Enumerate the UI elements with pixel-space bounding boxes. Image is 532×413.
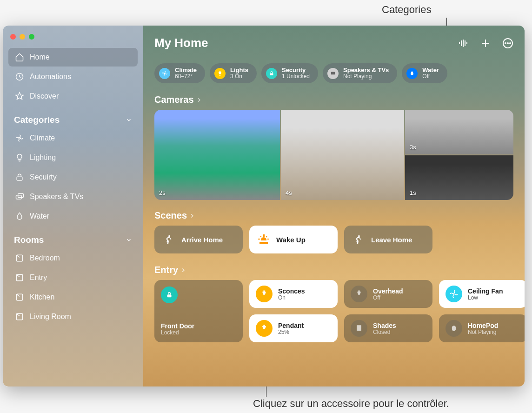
svg-rect-2 <box>17 177 22 180</box>
sidebar-item-entry[interactable]: Entry <box>8 268 138 287</box>
sidebar-item-label: Automations <box>30 73 71 81</box>
light-icon <box>256 286 273 302</box>
category-pill-lights[interactable]: Lights3 On <box>210 63 257 83</box>
camera-tile[interactable]: 2s <box>154 110 280 200</box>
lock-icon <box>161 286 178 303</box>
sidebar-item-security[interactable]: Secuirty <box>8 168 138 187</box>
svg-point-11 <box>507 43 508 44</box>
chevron-right-icon <box>180 267 186 273</box>
camera-tile[interactable]: 3s <box>405 110 513 154</box>
minimize-window-button[interactable] <box>20 34 25 40</box>
drop-icon <box>406 68 418 79</box>
tile-status: 25% <box>278 329 304 336</box>
sidebar-rooms: Bedroom Entry Kitchen Living Room <box>3 249 143 326</box>
svg-point-12 <box>510 43 511 44</box>
add-button[interactable] <box>480 38 491 49</box>
fan-icon <box>159 68 170 79</box>
camera-tile[interactable]: 4s <box>281 110 404 200</box>
tile-front-door[interactable]: Front DoorLocked <box>154 280 243 342</box>
walk-icon <box>163 233 175 246</box>
svg-rect-19 <box>263 291 265 292</box>
window-controls <box>3 31 143 48</box>
scene-wake-up[interactable]: Wake Up <box>249 226 338 253</box>
sidebar-section-rooms[interactable]: Rooms <box>3 226 143 249</box>
category-pill-water[interactable]: WaterOff <box>402 63 447 83</box>
app-window: Home Automations Discover Categories <box>3 26 525 386</box>
tile-sconces[interactable]: SconcesOn <box>249 280 338 308</box>
sidebar-item-discover[interactable]: Discover <box>8 87 138 106</box>
sidebar-item-automations[interactable]: Automations <box>8 67 138 86</box>
sidebar-item-lighting[interactable]: Lighting <box>8 148 138 167</box>
sidebar-item-speakers-tvs[interactable]: Speakers & TVs <box>8 187 138 206</box>
section-entry-header[interactable]: Entry <box>154 265 513 275</box>
tile-homepod[interactable]: HomePodNot Playing <box>439 314 525 342</box>
intercom-button[interactable] <box>458 38 469 49</box>
camera-timestamp: 4s <box>286 189 292 196</box>
tile-shades[interactable]: ShadesClosed <box>344 314 432 342</box>
annotation-accessory: Cliquez sur un accessoire pour le contrô… <box>253 398 449 410</box>
cameras-grid: 2s 3s 4s 1s <box>154 110 513 200</box>
sidebar-item-living-room[interactable]: Living Room <box>8 307 138 326</box>
svg-point-13 <box>164 73 165 74</box>
section-scenes-header[interactable]: Scenes <box>154 210 513 221</box>
camera-timestamp: 1s <box>410 189 416 196</box>
pill-label: Water <box>422 67 439 73</box>
svg-rect-15 <box>331 72 335 74</box>
category-pill-security[interactable]: Security1 Unlocked <box>261 63 318 83</box>
scene-arrive-home[interactable]: Arrive Home <box>154 226 243 253</box>
svg-point-17 <box>358 235 360 237</box>
tile-status: Closed <box>373 329 396 336</box>
sunrise-icon <box>258 233 270 246</box>
tile-ceiling-fan[interactable]: Ceiling FanLow <box>439 280 525 308</box>
pill-status: 1 Unlocked <box>282 73 310 80</box>
sidebar-item-water[interactable]: Water <box>8 207 138 226</box>
sidebar-section-categories[interactable]: Categories <box>3 107 143 129</box>
sidebar-item-kitchen[interactable]: Kitchen <box>8 288 138 306</box>
tile-label: Pendant <box>278 322 304 329</box>
category-pills: Climate68–72° Lights3 On Security1 Unloc… <box>154 63 513 83</box>
svg-rect-22 <box>263 325 265 326</box>
bulb-icon <box>214 68 226 79</box>
svg-point-16 <box>168 235 170 237</box>
scene-leave-home[interactable]: Leave Home <box>344 226 432 253</box>
pill-status: 3 On <box>230 73 248 80</box>
category-pill-speakers-tvs[interactable]: Speakers & TVsNot Playing <box>323 63 397 83</box>
camera-tile[interactable]: 1s <box>405 155 513 200</box>
more-button[interactable] <box>502 38 513 49</box>
lock-icon <box>266 68 277 79</box>
sidebar-item-label: Home <box>30 53 50 61</box>
sidebar-item-home[interactable]: Home <box>8 48 138 67</box>
sidebar-item-label: Bedroom <box>30 254 60 262</box>
sidebar-item-label: Living Room <box>30 313 71 321</box>
section-label: Rooms <box>14 235 44 245</box>
room-icon <box>15 293 24 302</box>
annotation-categories: Categories <box>382 4 431 16</box>
header: My Home <box>154 36 513 50</box>
sidebar-item-label: Discover <box>30 92 59 100</box>
tile-pendant[interactable]: Pendant25% <box>249 314 338 342</box>
entry-tiles: Front DoorLocked SconcesOn OverheadOff C… <box>154 280 513 342</box>
tile-overhead[interactable]: OverheadOff <box>344 280 432 308</box>
zoom-window-button[interactable] <box>29 34 34 40</box>
section-cameras-header[interactable]: Cameras <box>154 94 513 105</box>
sidebar-item-bedroom[interactable]: Bedroom <box>8 249 138 267</box>
close-window-button[interactable] <box>10 34 16 40</box>
section-label: Entry <box>154 265 178 275</box>
sidebar-item-label: Lighting <box>30 153 56 162</box>
tile-status: Not Playing <box>468 329 498 336</box>
tile-label: Ceiling Fan <box>468 287 503 295</box>
sidebar-nav: Home Automations Discover <box>3 48 143 106</box>
svg-point-1 <box>19 137 20 139</box>
chevron-right-icon <box>189 213 195 219</box>
category-pill-climate[interactable]: Climate68–72° <box>154 63 205 83</box>
svg-rect-24 <box>452 326 456 332</box>
svg-rect-4 <box>18 193 24 197</box>
tile-status: On <box>278 295 305 301</box>
light-icon <box>351 286 367 302</box>
sidebar-item-climate[interactable]: Climate <box>8 129 138 147</box>
homepod-icon <box>446 320 462 337</box>
pill-label: Climate <box>175 67 197 73</box>
sidebar-item-label: Kitchen <box>30 293 54 301</box>
section-label: Cameras <box>154 94 194 105</box>
svg-point-10 <box>505 43 506 44</box>
